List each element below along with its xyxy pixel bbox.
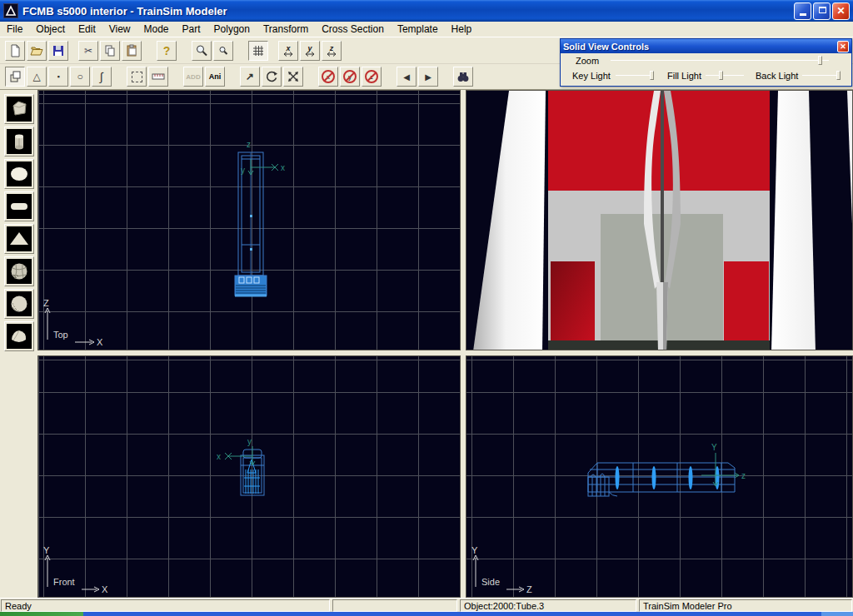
cube-tool-button[interactable] <box>4 94 34 124</box>
viewport-side[interactable]: Y z Y Side Z <box>466 355 853 598</box>
triangle-icon: △ <box>32 71 40 82</box>
svg-text:z: z <box>329 44 334 52</box>
copy-button[interactable] <box>100 41 120 61</box>
dialog-title: Solid View Controls <box>563 42 837 52</box>
sphere-tool-button[interactable] <box>4 159 34 189</box>
axis-z-button[interactable]: z <box>322 41 342 61</box>
move-button[interactable]: ↗ <box>240 67 260 87</box>
point-icon: ▪ <box>57 72 59 81</box>
open-file-button[interactable] <box>27 41 47 61</box>
zoom-out-button[interactable] <box>213 41 233 61</box>
grid-toggle-button[interactable] <box>248 41 268 61</box>
lock-y-button[interactable]: y <box>340 67 360 87</box>
window-title: FCMB s5000 interior - TrainSim Modeler <box>22 5 794 17</box>
cone-tool-button[interactable] <box>4 224 34 254</box>
solid-view-controls-dialog[interactable]: Solid View Controls ✕ Zoom Key Light Fil… <box>560 38 852 87</box>
menu-cross-section[interactable]: Cross Section <box>315 22 391 36</box>
start-button-edge[interactable] <box>0 612 83 616</box>
object-mode-button[interactable] <box>5 67 25 87</box>
svg-text:Y: Y <box>43 545 50 555</box>
lock-z-button[interactable]: z <box>362 67 382 87</box>
animation-button[interactable]: Ani <box>205 67 225 87</box>
scale-button[interactable] <box>283 67 303 87</box>
zoom-slider[interactable] <box>611 56 829 65</box>
help-button[interactable]: ? <box>157 41 177 61</box>
scissors-icon: ✂ <box>84 45 92 57</box>
side-axis-legend: Y Side Z <box>470 544 561 594</box>
fill-light-label: Fill Light <box>667 71 701 81</box>
svg-text:z: z <box>247 140 251 149</box>
zoom-slider-thumb[interactable] <box>818 56 822 65</box>
close-button[interactable]: ✕ <box>832 2 850 20</box>
front-axis-legend: Y Front X <box>42 544 133 594</box>
circle-mode-button[interactable]: ○ <box>70 67 90 87</box>
cut-button[interactable]: ✂ <box>78 41 98 61</box>
lock-x-icon: x <box>322 70 335 83</box>
key-light-slider[interactable] <box>616 71 654 80</box>
axis-z-icon: z <box>325 44 338 57</box>
ruler-icon <box>152 70 165 83</box>
titlebar[interactable]: FCMB s5000 interior - TrainSim Modeler ✕ <box>0 0 853 22</box>
cylinder-tool-button[interactable] <box>4 127 34 156</box>
next-button[interactable]: ▶ <box>418 67 438 87</box>
lock-x-button[interactable]: x <box>318 67 338 87</box>
rotate-button[interactable] <box>262 67 282 87</box>
axis-y-button[interactable]: y <box>300 41 320 61</box>
menu-polygon[interactable]: Polygon <box>207 22 257 36</box>
menu-mode[interactable]: Mode <box>137 22 176 36</box>
point-mode-button[interactable]: ▪ <box>48 67 68 87</box>
menu-file[interactable]: File <box>0 22 29 36</box>
app-icon <box>3 3 18 18</box>
svg-text:X: X <box>102 584 108 594</box>
cone-icon <box>8 228 30 250</box>
sphere2-tool-button[interactable] <box>4 289 34 319</box>
menu-edit[interactable]: Edit <box>72 22 102 36</box>
magnifier-icon <box>195 44 208 57</box>
add-label: ADD <box>186 73 200 81</box>
viewport-label: Top <box>53 330 68 340</box>
dialog-close-button[interactable]: ✕ <box>837 41 849 52</box>
dome-tool-button[interactable] <box>4 321 34 351</box>
spline-mode-button[interactable]: ∫ <box>92 67 112 87</box>
new-file-icon <box>8 44 22 57</box>
viewport-label: Side <box>481 577 500 587</box>
menu-view[interactable]: View <box>102 22 137 36</box>
menu-help[interactable]: Help <box>445 22 479 36</box>
zoom-in-button[interactable] <box>192 41 212 61</box>
select-rect-button[interactable] <box>127 67 147 87</box>
restore-button[interactable] <box>813 2 831 20</box>
prev-icon: ◀ <box>403 72 410 82</box>
menu-transform[interactable]: Transform <box>257 22 315 36</box>
svg-text:Z: Z <box>43 298 49 308</box>
top-axis-legend: Z Top X <box>42 296 133 346</box>
viewport-front[interactable]: y x Y Front X <box>37 355 461 598</box>
save-button[interactable] <box>48 41 68 61</box>
new-file-button[interactable] <box>5 41 25 61</box>
ruler-button[interactable] <box>148 67 168 87</box>
menu-object[interactable]: Object <box>29 22 72 36</box>
fill-light-thumb[interactable] <box>719 71 723 80</box>
menu-template[interactable]: Template <box>391 22 445 36</box>
minimize-button[interactable] <box>794 2 811 20</box>
dialog-titlebar[interactable]: Solid View Controls ✕ <box>561 39 851 53</box>
geosphere-icon <box>8 261 30 282</box>
polygon-mode-button[interactable]: △ <box>27 67 47 87</box>
viewport-solid[interactable] <box>466 90 853 350</box>
back-light-thumb[interactable] <box>836 71 841 80</box>
prev-button[interactable]: ◀ <box>397 67 417 87</box>
viewport-top[interactable]: z y x Z Top X <box>37 90 461 350</box>
fill-light-slider[interactable] <box>706 71 744 80</box>
back-light-slider[interactable] <box>802 71 841 80</box>
status-empty <box>332 599 457 612</box>
paste-button[interactable] <box>122 41 142 61</box>
key-light-thumb[interactable] <box>650 71 654 80</box>
svg-text:Z: Z <box>526 584 532 594</box>
menubar: File Object Edit View Mode Part Polygon … <box>0 22 853 37</box>
capsule-tool-button[interactable] <box>4 191 34 221</box>
geosphere-tool-button[interactable] <box>4 256 34 286</box>
menu-part[interactable]: Part <box>176 22 207 36</box>
taskbar-edge[interactable] <box>0 612 853 616</box>
cylinder-icon <box>8 131 30 152</box>
find-button[interactable] <box>453 67 473 87</box>
axis-x-button[interactable]: x <box>278 41 298 61</box>
